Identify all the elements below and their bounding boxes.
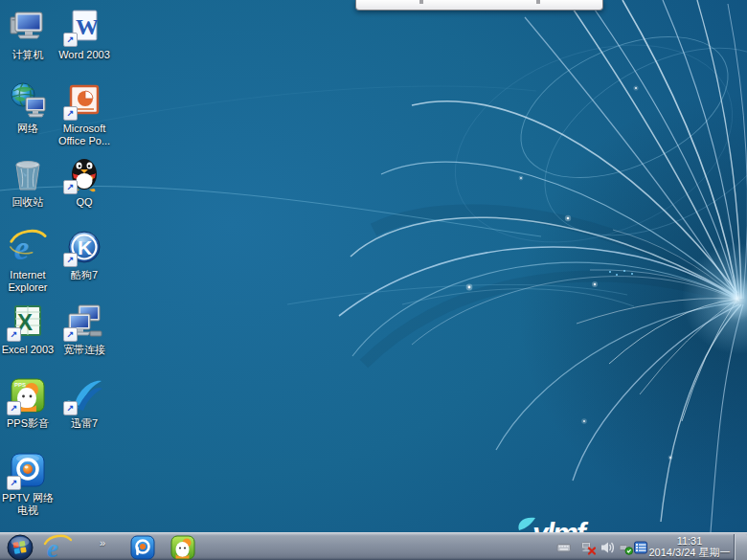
tray-safely-remove-hardware[interactable]: [618, 540, 633, 555]
desktop: ylmf 计算机 W ↗: [0, 0, 747, 560]
ylmf-watermark: ylmf: [515, 514, 622, 533]
desktop-icon-recycle-bin[interactable]: 回收站: [0, 155, 57, 209]
taskbar-pptv[interactable]: [129, 534, 156, 560]
desktop-icon-broadband[interactable]: ↗ 宽带连接: [56, 302, 113, 356]
pptv-icon: ↗: [9, 451, 47, 489]
show-desktop-button[interactable]: [734, 534, 747, 560]
recycle-bin-icon: [9, 155, 47, 193]
desktop-icon-label: PPTV 网络电视: [0, 492, 58, 517]
tray-media-library[interactable]: [633, 540, 648, 555]
shortcut-arrow-icon: ↗: [63, 106, 78, 121]
kugou-icon: K ↗: [65, 228, 103, 266]
desktop-icon-label: 计算机: [0, 49, 58, 61]
clock-time: 11:31: [647, 535, 732, 547]
desktop-icon-label: Microsoft Office Po...: [54, 123, 115, 147]
svg-text:PPS: PPS: [14, 382, 26, 388]
word-document-icon: W ↗: [65, 8, 103, 46]
speaker-icon: [600, 540, 614, 555]
desktop-icon-label: Excel 2003: [0, 344, 58, 356]
partial-window-control: [536, 0, 540, 4]
taskbar-overflow-chevron[interactable]: »: [95, 529, 110, 555]
desktop-icon-internet-explorer[interactable]: e Internet Explorer: [0, 228, 57, 294]
shortcut-arrow-icon: ↗: [7, 476, 21, 490]
pps-player-icon: PPS ↗: [9, 376, 47, 414]
shortcut-arrow-icon: ↗: [63, 327, 78, 342]
network-disconnected-icon: [580, 540, 596, 555]
desktop-icon-computer[interactable]: 计算机: [0, 8, 57, 61]
excel-icon: X ↗: [9, 302, 47, 341]
shortcut-arrow-icon: ↗: [63, 253, 78, 267]
desktop-icon-label: Internet Explorer: [0, 269, 58, 294]
desktop-icon-label: QQ: [54, 196, 115, 209]
usb-device-check-icon: [618, 540, 633, 555]
keyboard-icon: [556, 540, 572, 555]
broadband-connection-icon: ↗: [65, 302, 103, 341]
network-globe-icon: [9, 81, 47, 120]
windows-start-orb-icon: [7, 534, 34, 560]
tray-volume[interactable]: [600, 540, 613, 555]
partial-window[interactable]: [355, 0, 603, 11]
desktop-icon-powerpoint[interactable]: ↗ Microsoft Office Po...: [56, 81, 113, 147]
shortcut-arrow-icon: ↗: [63, 401, 78, 415]
taskbar-pps[interactable]: [170, 534, 196, 560]
pptv-icon: [130, 535, 155, 560]
shortcut-arrow-icon: ↗: [7, 401, 21, 415]
desktop-icon-thunder7[interactable]: ↗ 迅雷7: [56, 376, 113, 430]
shortcut-arrow-icon: ↗: [63, 33, 78, 47]
powerpoint-icon: ↗: [65, 81, 103, 120]
desktop-icon-label: 宽带连接: [54, 344, 115, 356]
taskbar-clock[interactable]: 11:31 2014/3/24 星期一: [647, 535, 732, 559]
desktop-icon-kugou7[interactable]: K ↗ 酷狗7: [56, 228, 113, 281]
desktop-icon-label: 酷狗7: [54, 269, 115, 281]
desktop-icon-label: Word 2003: [54, 49, 115, 61]
desktop-icon-label: PPS影音: [0, 417, 58, 430]
tray-network-status[interactable]: [580, 540, 596, 555]
svg-text:W: W: [76, 14, 99, 39]
clock-date: 2014/3/24 星期一: [647, 547, 732, 558]
taskbar-internet-explorer[interactable]: e: [42, 534, 73, 560]
media-list-icon: [633, 540, 648, 555]
pps-player-icon: [170, 535, 195, 560]
start-button[interactable]: [7, 534, 34, 560]
internet-explorer-icon: e: [9, 228, 47, 266]
computer-icon: [9, 8, 47, 46]
desktop-icon-label: 迅雷7: [54, 417, 115, 430]
partial-window-control: [419, 0, 423, 4]
internet-explorer-icon: e: [43, 533, 72, 560]
desktop-icon-network[interactable]: 网络: [0, 81, 57, 135]
desktop-icon-pptv[interactable]: ↗ PPTV 网络电视: [0, 451, 57, 517]
desktop-icon-excel-2003[interactable]: X ↗ Excel 2003: [0, 302, 57, 356]
desktop-icon-qq[interactable]: ↗ QQ: [56, 155, 113, 209]
desktop-icon-pps[interactable]: PPS ↗ PPS影音: [0, 376, 57, 430]
thunder-bird-icon: ↗: [65, 376, 103, 414]
qq-penguin-icon: ↗: [65, 155, 103, 193]
taskbar: e »: [0, 532, 747, 560]
watermark-text: ylmf: [531, 517, 589, 533]
shortcut-arrow-icon: ↗: [63, 180, 78, 194]
shortcut-arrow-icon: ↗: [7, 327, 21, 342]
desktop-icon-label: 回收站: [0, 196, 58, 209]
desktop-icon-word-2003[interactable]: W ↗ Word 2003: [56, 8, 113, 61]
tray-input-method[interactable]: [556, 540, 572, 555]
desktop-icon-label: 网络: [0, 123, 58, 135]
